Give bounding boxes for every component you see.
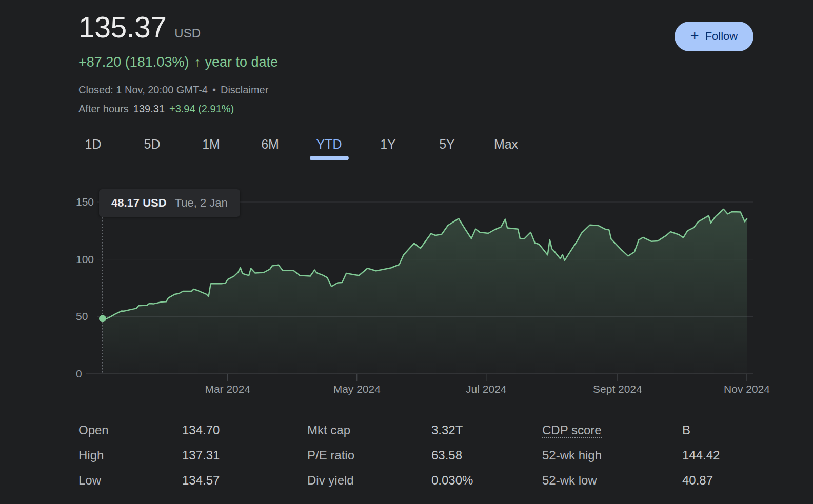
- stats-column-1: Open 134.70 High 137.31 Low 134.57: [78, 417, 307, 493]
- stat-label: Low: [78, 473, 182, 488]
- stat-row-cdp-score: CDP score B: [542, 417, 758, 442]
- stat-row-52wk-high: 52-wk high 144.42: [542, 442, 758, 468]
- stat-value: 144.42: [682, 448, 720, 462]
- stats-column-3: CDP score B 52-wk high 144.42 52-wk low …: [542, 417, 758, 493]
- stat-value: 63.58: [431, 448, 462, 462]
- stat-value: 134.57: [182, 473, 220, 488]
- stat-label: 52-wk high: [542, 448, 682, 462]
- chart-tooltip: 48.17 USD Tue, 2 Jan: [99, 189, 240, 217]
- y-axis-label-0: 0: [76, 368, 82, 379]
- x-axis-label: May 2024: [333, 383, 381, 395]
- y-axis-label-50: 50: [76, 310, 88, 322]
- stat-row-low: Low 134.57: [78, 468, 307, 493]
- stat-value: 137.31: [182, 448, 220, 462]
- stat-label: CDP score: [542, 423, 682, 437]
- tooltip-date: Tue, 2 Jan: [175, 196, 228, 210]
- stat-row-div-yield: Div yield 0.030%: [307, 468, 542, 493]
- stat-label: P/E ratio: [307, 448, 431, 462]
- stat-value: 40.87: [682, 473, 713, 488]
- stat-row-mkt-cap: Mkt cap 3.32T: [307, 417, 542, 442]
- stat-label: Open: [78, 423, 182, 437]
- stats-column-2: Mkt cap 3.32T P/E ratio 63.58 Div yield …: [307, 417, 542, 493]
- y-axis-label-150: 150: [76, 196, 94, 208]
- stat-value: 134.70: [182, 423, 220, 437]
- stat-value: 3.32T: [431, 423, 463, 437]
- x-axis-label: Mar 2024: [205, 383, 250, 395]
- y-axis-label-100: 100: [76, 253, 94, 265]
- x-axis-label: Jul 2024: [466, 383, 507, 395]
- tooltip-price: 48.17 USD: [111, 196, 167, 210]
- stat-row-pe-ratio: P/E ratio 63.58: [307, 442, 542, 468]
- stat-row-52wk-low: 52-wk low 40.87: [542, 468, 758, 493]
- selected-point-marker: [99, 315, 106, 322]
- stat-row-open: Open 134.70: [78, 417, 307, 442]
- stat-row-high: High 137.31: [78, 442, 307, 468]
- stat-label: Div yield: [307, 473, 431, 488]
- stat-label: High: [78, 448, 182, 462]
- stat-value: 0.030%: [431, 473, 473, 488]
- x-axis-label: Nov 2024: [724, 383, 770, 395]
- cdp-score-link[interactable]: CDP score: [542, 423, 602, 438]
- stat-label: 52-wk low: [542, 473, 682, 488]
- x-axis-label: Sept 2024: [593, 383, 642, 395]
- stat-label: Mkt cap: [307, 423, 431, 437]
- stat-value: B: [682, 423, 690, 437]
